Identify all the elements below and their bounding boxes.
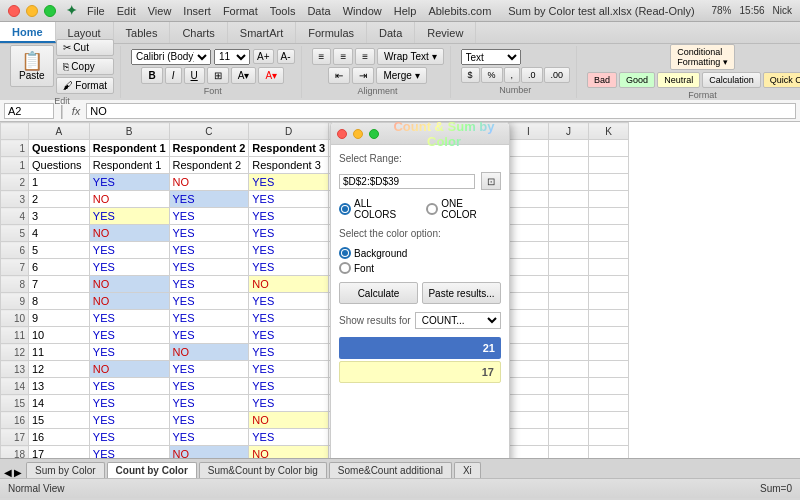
format-quick-cell[interactable]: Quick Cell: [763, 72, 800, 88]
empty-cell[interactable]: [549, 174, 589, 191]
font-size-increase[interactable]: A+: [253, 49, 274, 64]
conditional-format-button[interactable]: ConditionalFormatting ▾: [670, 44, 735, 70]
tab-charts[interactable]: Charts: [170, 22, 227, 43]
font-option[interactable]: Font: [339, 262, 501, 274]
grid-cell[interactable]: YES: [89, 395, 169, 412]
background-radio[interactable]: [339, 247, 351, 259]
formula-input[interactable]: [86, 103, 796, 119]
row-num-15[interactable]: 15: [1, 395, 29, 412]
tab-review[interactable]: Review: [415, 22, 476, 43]
empty-cell[interactable]: [589, 378, 629, 395]
cell-i1[interactable]: [509, 140, 549, 157]
grid-cell[interactable]: YES: [249, 361, 329, 378]
row-num-16[interactable]: 16: [1, 412, 29, 429]
grid-cell[interactable]: YES: [169, 395, 249, 412]
grid-cell[interactable]: YES: [89, 412, 169, 429]
empty-cell[interactable]: [509, 378, 549, 395]
cell-question[interactable]: 9: [29, 310, 90, 327]
format-good[interactable]: Good: [619, 72, 655, 88]
row-num-5[interactable]: 5: [1, 225, 29, 242]
row-num-18[interactable]: 18: [1, 446, 29, 459]
menu-insert[interactable]: Insert: [183, 5, 211, 17]
empty-cell[interactable]: [509, 208, 549, 225]
grid-cell[interactable]: YES: [169, 259, 249, 276]
grid-cell[interactable]: NO: [89, 225, 169, 242]
empty-cell[interactable]: [509, 446, 549, 459]
empty-cell[interactable]: [509, 225, 549, 242]
empty-cell[interactable]: [589, 276, 629, 293]
cell-question[interactable]: 5: [29, 242, 90, 259]
one-color-option[interactable]: ONE COLOR: [426, 198, 501, 220]
font-radio[interactable]: [339, 262, 351, 274]
indent-right-button[interactable]: ⇥: [352, 67, 374, 84]
range-input[interactable]: [339, 174, 475, 189]
font-size-decrease[interactable]: A-: [277, 49, 295, 64]
cell-question[interactable]: 6: [29, 259, 90, 276]
grid-cell[interactable]: NO: [89, 191, 169, 208]
row-num-3[interactable]: 3: [1, 191, 29, 208]
row-num-12[interactable]: 12: [1, 344, 29, 361]
paste-button[interactable]: 📋 Paste: [10, 45, 54, 87]
row-num-13[interactable]: 13: [1, 361, 29, 378]
calculate-button[interactable]: Calculate: [339, 282, 418, 304]
grid-cell[interactable]: YES: [249, 242, 329, 259]
grid-cell[interactable]: NO: [89, 361, 169, 378]
empty-cell[interactable]: [589, 157, 629, 174]
grid-cell[interactable]: YES: [89, 208, 169, 225]
col-header-i[interactable]: I: [509, 123, 549, 140]
border-button[interactable]: ⊞: [207, 67, 229, 84]
grid-cell[interactable]: YES: [169, 293, 249, 310]
minimize-button[interactable]: [26, 5, 38, 17]
grid-cell[interactable]: YES: [89, 310, 169, 327]
row-num-7[interactable]: 7: [1, 259, 29, 276]
cell-question[interactable]: 16: [29, 429, 90, 446]
cell-question[interactable]: 2: [29, 191, 90, 208]
empty-cell[interactable]: [589, 225, 629, 242]
format-painter-button[interactable]: 🖌 Format: [56, 77, 114, 94]
empty-cell[interactable]: [549, 225, 589, 242]
grid-cell[interactable]: YES: [89, 259, 169, 276]
sheet-tab-count-by-color[interactable]: Count by Color: [107, 462, 197, 478]
grid-cell[interactable]: YES: [249, 225, 329, 242]
empty-cell[interactable]: [549, 293, 589, 310]
copy-button[interactable]: ⎘ Copy: [56, 58, 114, 75]
grid-cell[interactable]: YES: [249, 378, 329, 395]
empty-cell[interactable]: [509, 191, 549, 208]
col-header-b[interactable]: B: [89, 123, 169, 140]
empty-cell[interactable]: [549, 395, 589, 412]
sheet-tab-sum-count-big[interactable]: Sum&Count by Color big: [199, 462, 327, 478]
row-num-4[interactable]: 4: [1, 208, 29, 225]
grid-cell[interactable]: YES: [169, 412, 249, 429]
grid-cell[interactable]: NO: [249, 446, 329, 459]
tab-tables[interactable]: Tables: [114, 22, 171, 43]
one-color-radio[interactable]: [426, 203, 438, 215]
empty-cell[interactable]: [549, 344, 589, 361]
grid-cell[interactable]: YES: [249, 395, 329, 412]
menu-tools[interactable]: Tools: [270, 5, 296, 17]
empty-cell[interactable]: [549, 429, 589, 446]
grid-cell[interactable]: YES: [169, 310, 249, 327]
grid-cell[interactable]: YES: [169, 225, 249, 242]
empty-cell[interactable]: [509, 259, 549, 276]
menu-file[interactable]: File: [87, 5, 105, 17]
menu-view[interactable]: View: [148, 5, 172, 17]
grid-cell[interactable]: NO: [89, 276, 169, 293]
grid-cell[interactable]: YES: [89, 327, 169, 344]
sheet-tab-sum-by-color[interactable]: Sum by Color: [26, 462, 105, 478]
row-num-2[interactable]: 2: [1, 174, 29, 191]
close-button[interactable]: [8, 5, 20, 17]
align-right-button[interactable]: ≡: [355, 48, 375, 65]
cell-question[interactable]: 3: [29, 208, 90, 225]
grid-cell[interactable]: YES: [169, 378, 249, 395]
decimal-decrease[interactable]: .0: [521, 67, 543, 83]
empty-cell[interactable]: [589, 429, 629, 446]
empty-cell[interactable]: [549, 412, 589, 429]
merge-button[interactable]: Merge ▾: [376, 67, 426, 84]
sheet-tab-some-count[interactable]: Some&Count additional: [329, 462, 452, 478]
cell-question[interactable]: 4: [29, 225, 90, 242]
col-header-c[interactable]: C: [169, 123, 249, 140]
panel-minimize-button[interactable]: [353, 129, 363, 139]
cell-question[interactable]: 10: [29, 327, 90, 344]
cell-reference-input[interactable]: [4, 103, 54, 119]
empty-cell[interactable]: [589, 327, 629, 344]
